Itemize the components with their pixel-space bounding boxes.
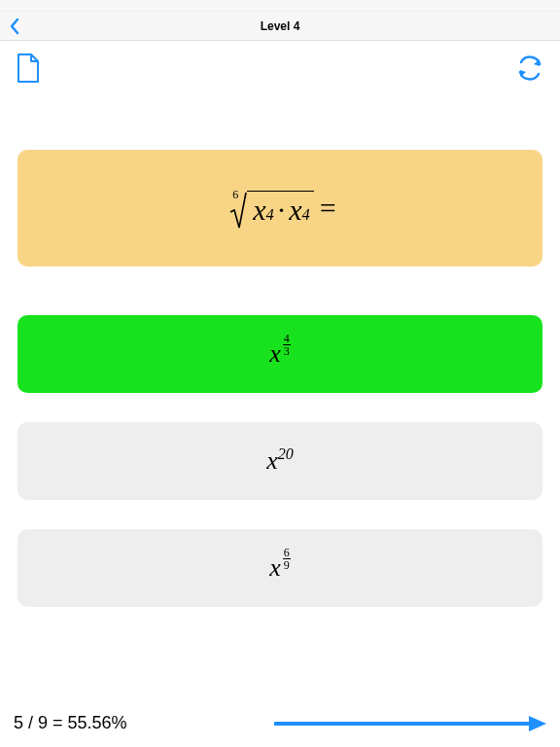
score-text: 5 / 9 = 55.56% <box>14 713 127 733</box>
ans-base: x <box>269 339 281 368</box>
var2: x <box>289 194 301 227</box>
answer-expression: x20 <box>266 446 294 476</box>
question-card: 6 x4 · x4 = <box>18 150 542 267</box>
status-bar <box>0 0 560 12</box>
question-expression: 6 x4 · x4 = <box>224 187 336 230</box>
navbar: Level 4 <box>0 12 560 41</box>
page-title: Level 4 <box>261 19 300 33</box>
root-index: 6 <box>232 188 238 202</box>
ans-exponent-fraction: 69 <box>283 547 291 571</box>
file-icon <box>16 53 41 84</box>
content-area: 6 x4 · x4 = x43 x20 x69 <box>0 150 560 607</box>
refresh-icon <box>515 55 544 81</box>
radicand: x4 · x4 <box>247 191 314 227</box>
svg-marker-3 <box>529 716 546 731</box>
ans-exponent-fraction: 43 <box>283 333 291 357</box>
next-button[interactable] <box>274 714 546 733</box>
operator: · <box>274 194 290 227</box>
answer-option-3[interactable]: x69 <box>18 529 542 607</box>
answer-expression: x69 <box>269 553 291 583</box>
ans-base: x <box>269 553 281 582</box>
ans-exponent: 20 <box>278 445 294 462</box>
footer: 5 / 9 = 55.56% <box>0 713 560 733</box>
answer-expression: x43 <box>269 339 291 369</box>
refresh-button[interactable] <box>515 55 544 81</box>
var1: x <box>253 194 265 227</box>
answer-option-2[interactable]: x20 <box>18 422 542 500</box>
toolbar <box>0 41 560 95</box>
ans-base: x <box>266 446 278 475</box>
back-button[interactable] <box>8 17 21 36</box>
new-file-button[interactable] <box>16 53 41 84</box>
equals-sign: = <box>314 192 336 225</box>
chevron-left-icon <box>8 17 21 36</box>
arrow-right-icon <box>274 714 546 733</box>
answer-option-1[interactable]: x43 <box>18 315 542 393</box>
